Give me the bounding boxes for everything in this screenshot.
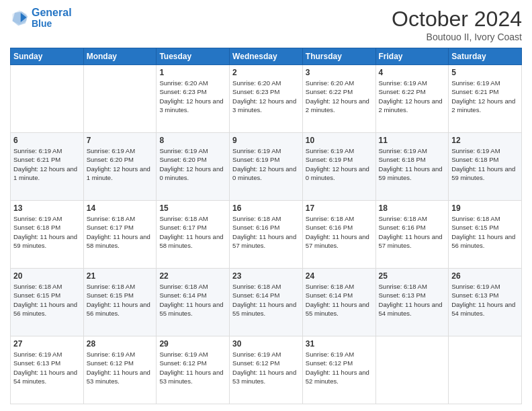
calendar-cell: 15Sunrise: 6:18 AM Sunset: 6:17 PM Dayli…: [157, 201, 230, 269]
day-info: Sunrise: 6:19 AM Sunset: 6:20 PM Dayligh…: [159, 146, 226, 182]
day-info: Sunrise: 6:18 AM Sunset: 6:17 PM Dayligh…: [87, 214, 154, 250]
calendar-cell: 16Sunrise: 6:18 AM Sunset: 6:16 PM Dayli…: [230, 201, 303, 269]
calendar-cell: 28Sunrise: 6:19 AM Sunset: 6:12 PM Dayli…: [83, 336, 157, 404]
calendar-cell: 24Sunrise: 6:18 AM Sunset: 6:14 PM Dayli…: [302, 269, 375, 336]
calendar-cell: 3Sunrise: 6:20 AM Sunset: 6:22 PM Daylig…: [302, 65, 375, 133]
calendar-cell: 13Sunrise: 6:19 AM Sunset: 6:18 PM Dayli…: [11, 201, 84, 269]
day-info: Sunrise: 6:19 AM Sunset: 6:13 PM Dayligh…: [13, 350, 81, 385]
day-number: 8: [159, 136, 226, 145]
day-number: 12: [451, 136, 519, 145]
day-info: Sunrise: 6:18 AM Sunset: 6:15 PM Dayligh…: [87, 282, 154, 318]
day-number: 1: [159, 68, 226, 77]
calendar-cell: 20Sunrise: 6:18 AM Sunset: 6:15 PM Dayli…: [11, 269, 84, 336]
day-info: Sunrise: 6:18 AM Sunset: 6:16 PM Dayligh…: [306, 214, 373, 250]
day-number: 6: [13, 136, 81, 145]
day-number: 21: [87, 271, 154, 281]
day-info: Sunrise: 6:18 AM Sunset: 6:14 PM Dayligh…: [306, 282, 373, 318]
weekday-saturday: Saturday: [449, 48, 522, 65]
weekday-sunday: Sunday: [11, 48, 84, 65]
day-info: Sunrise: 6:18 AM Sunset: 6:15 PM Dayligh…: [451, 214, 519, 250]
weekday-tuesday: Tuesday: [157, 48, 230, 65]
day-number: 25: [379, 271, 446, 281]
calendar-cell: 26Sunrise: 6:19 AM Sunset: 6:13 PM Dayli…: [449, 269, 522, 336]
calendar-cell: [11, 65, 84, 133]
day-number: 29: [159, 339, 226, 349]
calendar-cell: 14Sunrise: 6:18 AM Sunset: 6:17 PM Dayli…: [83, 201, 157, 269]
day-number: 10: [306, 136, 373, 145]
day-info: Sunrise: 6:19 AM Sunset: 6:22 PM Dayligh…: [379, 79, 446, 114]
day-info: Sunrise: 6:19 AM Sunset: 6:18 PM Dayligh…: [13, 214, 81, 250]
calendar-cell: 10Sunrise: 6:19 AM Sunset: 6:19 PM Dayli…: [302, 133, 375, 201]
weekday-wednesday: Wednesday: [230, 48, 303, 65]
day-info: Sunrise: 6:19 AM Sunset: 6:12 PM Dayligh…: [87, 350, 154, 385]
calendar-cell: 11Sunrise: 6:19 AM Sunset: 6:18 PM Dayli…: [375, 133, 449, 201]
day-info: Sunrise: 6:19 AM Sunset: 6:21 PM Dayligh…: [13, 146, 81, 182]
calendar-cell: 23Sunrise: 6:18 AM Sunset: 6:14 PM Dayli…: [230, 269, 303, 336]
day-number: 17: [306, 203, 373, 213]
calendar-cell: 5Sunrise: 6:19 AM Sunset: 6:21 PM Daylig…: [449, 65, 522, 133]
calendar-week-1: 6Sunrise: 6:19 AM Sunset: 6:21 PM Daylig…: [11, 133, 522, 201]
day-number: 9: [232, 136, 300, 145]
day-number: 31: [306, 339, 373, 349]
page: General Blue October 2024 Boutouo II, Iv…: [0, 0, 532, 411]
day-info: Sunrise: 6:19 AM Sunset: 6:20 PM Dayligh…: [87, 146, 154, 182]
day-number: 23: [232, 271, 300, 281]
day-number: 20: [13, 271, 81, 281]
day-info: Sunrise: 6:20 AM Sunset: 6:23 PM Dayligh…: [232, 79, 300, 114]
day-number: 2: [232, 68, 300, 77]
weekday-thursday: Thursday: [302, 48, 375, 65]
calendar-week-3: 20Sunrise: 6:18 AM Sunset: 6:15 PM Dayli…: [11, 269, 522, 336]
logo-icon: [10, 8, 29, 27]
calendar-cell: [449, 336, 522, 404]
day-number: 13: [13, 203, 81, 213]
day-info: Sunrise: 6:20 AM Sunset: 6:22 PM Dayligh…: [306, 79, 373, 114]
day-info: Sunrise: 6:19 AM Sunset: 6:19 PM Dayligh…: [232, 146, 300, 182]
day-number: 15: [159, 203, 226, 213]
calendar-body: 1Sunrise: 6:20 AM Sunset: 6:23 PM Daylig…: [11, 65, 522, 404]
calendar-cell: 2Sunrise: 6:20 AM Sunset: 6:23 PM Daylig…: [230, 65, 303, 133]
location-subtitle: Boutouo II, Ivory Coast: [392, 32, 522, 42]
calendar-week-2: 13Sunrise: 6:19 AM Sunset: 6:18 PM Dayli…: [11, 201, 522, 269]
calendar-week-0: 1Sunrise: 6:20 AM Sunset: 6:23 PM Daylig…: [11, 65, 522, 133]
calendar-cell: 9Sunrise: 6:19 AM Sunset: 6:19 PM Daylig…: [230, 133, 303, 201]
day-info: Sunrise: 6:19 AM Sunset: 6:12 PM Dayligh…: [159, 350, 226, 385]
day-number: 11: [379, 136, 446, 145]
day-info: Sunrise: 6:18 AM Sunset: 6:14 PM Dayligh…: [159, 282, 226, 318]
calendar-cell: [83, 65, 157, 133]
calendar-cell: 1Sunrise: 6:20 AM Sunset: 6:23 PM Daylig…: [157, 65, 230, 133]
day-info: Sunrise: 6:18 AM Sunset: 6:16 PM Dayligh…: [232, 214, 300, 250]
day-info: Sunrise: 6:19 AM Sunset: 6:12 PM Dayligh…: [306, 350, 373, 385]
day-number: 26: [451, 271, 519, 281]
calendar-table: SundayMondayTuesdayWednesdayThursdayFrid…: [10, 48, 522, 404]
calendar-cell: 18Sunrise: 6:18 AM Sunset: 6:16 PM Dayli…: [375, 201, 449, 269]
day-number: 3: [306, 68, 373, 77]
day-info: Sunrise: 6:18 AM Sunset: 6:15 PM Dayligh…: [13, 282, 81, 318]
calendar-cell: 25Sunrise: 6:18 AM Sunset: 6:13 PM Dayli…: [375, 269, 449, 336]
day-number: 5: [451, 68, 519, 77]
day-info: Sunrise: 6:19 AM Sunset: 6:18 PM Dayligh…: [451, 146, 519, 182]
calendar-cell: 19Sunrise: 6:18 AM Sunset: 6:15 PM Dayli…: [449, 201, 522, 269]
calendar-cell: 30Sunrise: 6:19 AM Sunset: 6:12 PM Dayli…: [230, 336, 303, 404]
day-number: 24: [306, 271, 373, 281]
calendar-cell: 29Sunrise: 6:19 AM Sunset: 6:12 PM Dayli…: [157, 336, 230, 404]
day-number: 14: [87, 203, 154, 213]
day-number: 4: [379, 68, 446, 77]
calendar-cell: 17Sunrise: 6:18 AM Sunset: 6:16 PM Dayli…: [302, 201, 375, 269]
calendar-cell: 6Sunrise: 6:19 AM Sunset: 6:21 PM Daylig…: [11, 133, 84, 201]
calendar-cell: 8Sunrise: 6:19 AM Sunset: 6:20 PM Daylig…: [157, 133, 230, 201]
weekday-monday: Monday: [83, 48, 157, 65]
day-info: Sunrise: 6:18 AM Sunset: 6:16 PM Dayligh…: [379, 214, 446, 250]
day-info: Sunrise: 6:20 AM Sunset: 6:23 PM Dayligh…: [159, 79, 226, 114]
title-block: October 2024 Boutouo II, Ivory Coast: [392, 7, 522, 42]
day-info: Sunrise: 6:18 AM Sunset: 6:14 PM Dayligh…: [232, 282, 300, 318]
day-number: 7: [87, 136, 154, 145]
day-number: 18: [379, 203, 446, 213]
month-title: October 2024: [392, 7, 522, 32]
calendar-cell: 27Sunrise: 6:19 AM Sunset: 6:13 PM Dayli…: [11, 336, 84, 404]
calendar-cell: 12Sunrise: 6:19 AM Sunset: 6:18 PM Dayli…: [449, 133, 522, 201]
day-number: 27: [13, 339, 81, 349]
day-info: Sunrise: 6:19 AM Sunset: 6:18 PM Dayligh…: [379, 146, 446, 182]
day-number: 28: [87, 339, 154, 349]
logo: General Blue: [10, 7, 72, 29]
calendar-cell: 4Sunrise: 6:19 AM Sunset: 6:22 PM Daylig…: [375, 65, 449, 133]
